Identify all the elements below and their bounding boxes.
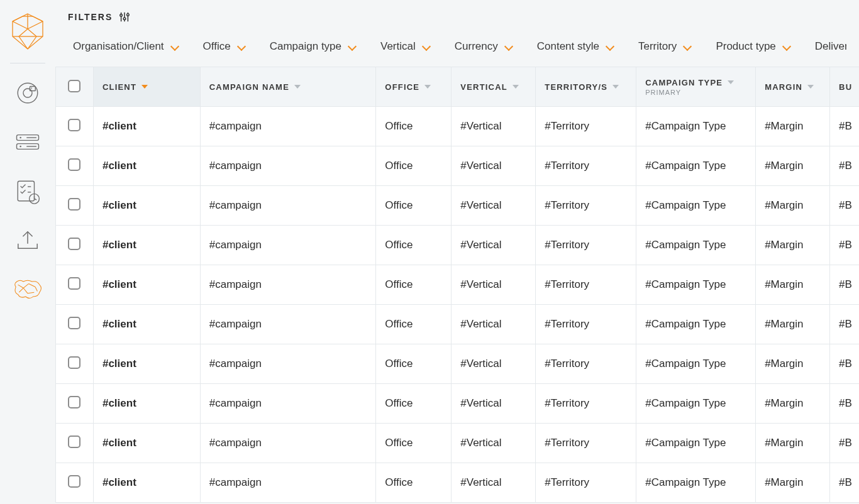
- cell-office: Office: [376, 344, 452, 384]
- cell-margin: #Margin: [756, 146, 830, 186]
- checkbox[interactable]: [68, 317, 80, 329]
- table-row[interactable]: #client#campaignOffice#Vertical#Territor…: [56, 265, 859, 305]
- cell-territory: #Territory: [536, 186, 636, 226]
- svg-point-15: [23, 89, 32, 97]
- column-label: OFFICE: [385, 82, 419, 92]
- column-header-client[interactable]: CLIENT: [94, 67, 201, 107]
- nav-item-tasks[interactable]: [0, 168, 55, 217]
- cell-checkbox[interactable]: [56, 463, 94, 503]
- checkbox[interactable]: [68, 80, 80, 92]
- filter-content-style[interactable]: Content style: [537, 40, 613, 53]
- table-row[interactable]: #client#campaignOffice#Vertical#Territor…: [56, 463, 859, 503]
- chevron-down-icon: [349, 43, 355, 50]
- chevron-down-icon: [784, 43, 790, 50]
- column-header-office[interactable]: OFFICE: [376, 67, 452, 107]
- checkbox[interactable]: [68, 396, 80, 408]
- checkbox[interactable]: [68, 198, 80, 211]
- cell-campaign-name: #campaign: [201, 146, 377, 186]
- filter-chip-label: Office: [203, 40, 231, 53]
- filter-chip-label: Deliverabl: [815, 40, 846, 53]
- nav-item-data[interactable]: [0, 119, 55, 168]
- sliders-icon: [119, 11, 130, 23]
- cell-checkbox[interactable]: [56, 384, 94, 424]
- cell-office: Office: [376, 226, 452, 265]
- filter-deliverable[interactable]: Deliverabl: [815, 40, 846, 53]
- cell-margin: #Margin: [756, 265, 830, 305]
- cell-budget: #B: [830, 265, 859, 305]
- cell-client: #client: [94, 463, 201, 503]
- filter-product-type[interactable]: Product type: [716, 40, 789, 53]
- filter-territory[interactable]: Territory: [638, 40, 690, 53]
- filter-chip-label: Campaign type: [270, 40, 341, 53]
- svg-line-34: [23, 288, 28, 293]
- cell-territory: #Territory: [536, 226, 636, 265]
- filter-currency[interactable]: Currency: [455, 40, 512, 53]
- table-row[interactable]: #client#campaignOffice#Vertical#Territor…: [56, 186, 859, 226]
- cell-territory: #Territory: [536, 424, 636, 463]
- column-header-campaign-name[interactable]: CAMPAIGN NAME: [201, 67, 377, 107]
- column-header-margin[interactable]: MARGIN: [756, 67, 830, 107]
- cell-checkbox[interactable]: [56, 305, 94, 344]
- svg-point-39: [120, 14, 123, 17]
- table-row[interactable]: #client#campaignOffice#Vertical#Territor…: [56, 107, 859, 146]
- checkbox[interactable]: [68, 475, 80, 488]
- cell-budget: #B: [830, 146, 859, 186]
- cell-checkbox[interactable]: [56, 344, 94, 384]
- cell-checkbox[interactable]: [56, 186, 94, 226]
- filters-header[interactable]: FILTERS: [68, 11, 846, 23]
- cell-budget: #B: [830, 384, 859, 424]
- cell-campaign-name: #campaign: [201, 344, 377, 384]
- nav-item-dashboard[interactable]: [0, 70, 55, 119]
- checkbox[interactable]: [68, 436, 80, 448]
- cell-campaign-type: #Campaign Type: [636, 186, 756, 226]
- table-row[interactable]: #client#campaignOffice#Vertical#Territor…: [56, 226, 859, 265]
- sort-caret-icon: [612, 85, 619, 89]
- cell-margin: #Margin: [756, 424, 830, 463]
- checkbox[interactable]: [68, 119, 80, 131]
- table-row[interactable]: #client#campaignOffice#Vertical#Territor…: [56, 424, 859, 463]
- cell-campaign-name: #campaign: [201, 265, 377, 305]
- column-header-campaign-type[interactable]: CAMPAIGN TYPE PRIMARY: [636, 67, 756, 107]
- svg-rect-24: [18, 181, 34, 201]
- svg-point-41: [123, 18, 126, 20]
- filter-office[interactable]: Office: [203, 40, 245, 53]
- cell-margin: #Margin: [756, 305, 830, 344]
- filter-campaign-type[interactable]: Campaign type: [270, 40, 355, 53]
- app-logo: [11, 11, 44, 52]
- cell-client: #client: [94, 265, 201, 305]
- chevron-down-icon: [506, 43, 512, 50]
- table-row[interactable]: #client#campaignOffice#Vertical#Territor…: [56, 146, 859, 186]
- table-row[interactable]: #client#campaignOffice#Vertical#Territor…: [56, 344, 859, 384]
- nav-item-ai[interactable]: [0, 266, 55, 315]
- checkbox[interactable]: [68, 238, 80, 250]
- filter-vertical[interactable]: Vertical: [380, 40, 430, 53]
- column-label: CAMPAIGN NAME: [209, 82, 289, 92]
- cell-checkbox[interactable]: [56, 226, 94, 265]
- nav-item-upload[interactable]: [0, 217, 55, 266]
- column-header-budget[interactable]: BU: [830, 67, 859, 107]
- table-row[interactable]: #client#campaignOffice#Vertical#Territor…: [56, 384, 859, 424]
- column-header-vertical[interactable]: VERTICAL: [452, 67, 536, 107]
- checkbox[interactable]: [68, 277, 80, 290]
- cell-client: #client: [94, 107, 201, 146]
- table-row[interactable]: #client#campaignOffice#Vertical#Territor…: [56, 305, 859, 344]
- cell-checkbox[interactable]: [56, 107, 94, 146]
- column-label: TERRITORY/S: [545, 82, 607, 92]
- cell-budget: #B: [830, 186, 859, 226]
- checkbox[interactable]: [68, 356, 80, 369]
- column-label: CLIENT: [103, 82, 136, 92]
- cell-checkbox[interactable]: [56, 265, 94, 305]
- column-header-select-all[interactable]: [56, 67, 94, 107]
- cell-checkbox[interactable]: [56, 424, 94, 463]
- checkbox[interactable]: [68, 158, 80, 171]
- cell-checkbox[interactable]: [56, 146, 94, 186]
- filter-chip-label: Content style: [537, 40, 599, 53]
- column-label: MARGIN: [765, 82, 802, 92]
- filters-label: FILTERS: [68, 12, 113, 22]
- cell-campaign-type: #Campaign Type: [636, 226, 756, 265]
- column-header-territory[interactable]: TERRITORY/S: [536, 67, 636, 107]
- filter-organisation-client[interactable]: Organisation/Client: [73, 40, 178, 53]
- cell-budget: #B: [830, 305, 859, 344]
- cell-territory: #Territory: [536, 384, 636, 424]
- cell-campaign-type: #Campaign Type: [636, 305, 756, 344]
